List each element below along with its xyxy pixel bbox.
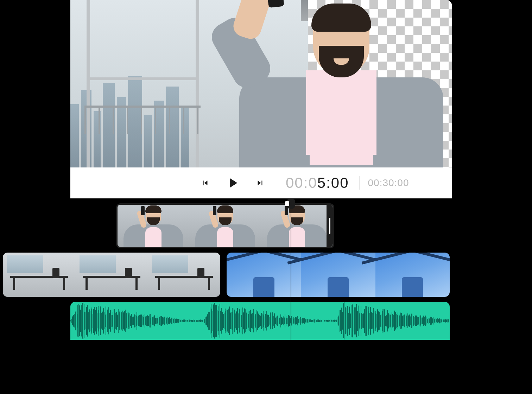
clip-trim-handle-right[interactable] (327, 205, 333, 247)
background-clip-office[interactable] (3, 253, 220, 297)
time-separator (359, 176, 360, 190)
background-track (3, 253, 450, 297)
play-button[interactable] (224, 175, 241, 191)
preview-panel: 00:05:00 00:30:00 (70, 0, 452, 198)
player-controls: 00:05:00 00:30:00 (70, 167, 452, 198)
total-time: 00:30:00 (368, 177, 409, 189)
skip-next-button[interactable] (255, 178, 265, 188)
current-time: 00:05:00 (286, 174, 349, 191)
editor-stage: 00:05:00 00:30:00 (0, 0, 532, 394)
clip-thumbnail (261, 205, 333, 247)
current-time-leading: 00:0 (286, 174, 317, 191)
preview-video[interactable] (70, 0, 452, 167)
playhead[interactable] (291, 199, 291, 340)
audio-waveform (70, 302, 450, 340)
skip-previous-button[interactable] (201, 178, 210, 188)
playhead-cap-icon[interactable] (287, 199, 295, 209)
current-time-value: 5:00 (317, 174, 349, 191)
foreground-clip[interactable] (116, 203, 334, 248)
clip-thumbnail (118, 205, 189, 247)
preview-subject (201, 4, 452, 167)
background-clip-blue[interactable] (227, 253, 450, 297)
audio-track[interactable] (70, 302, 450, 340)
preview-balcony (84, 106, 201, 134)
preview-window-frame (87, 0, 199, 167)
clip-thumbnail (189, 205, 261, 247)
